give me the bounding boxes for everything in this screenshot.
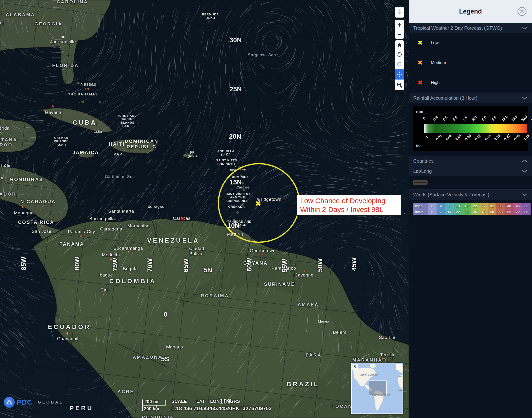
close-icon[interactable] xyxy=(517,7,527,16)
annotation-line1: Low Chance of Developing xyxy=(300,196,398,205)
rainfall-tick: 37.5 xyxy=(530,116,532,120)
wind-speed-column: 3150 xyxy=(488,203,496,215)
map-label: 60W xyxy=(246,258,253,272)
wind-speed-value: 18 xyxy=(462,203,471,209)
chevron-up-icon xyxy=(521,159,528,163)
zoom-in-button[interactable]: + xyxy=(395,20,404,29)
map-label: LIZE xyxy=(0,163,11,168)
wind-speed-value: 0 xyxy=(428,209,437,215)
chevron-down-icon xyxy=(521,193,528,196)
map-label: Bogota xyxy=(123,266,138,271)
pan-tool-button[interactable] xyxy=(395,69,404,80)
zoom-out-button[interactable]: − xyxy=(395,29,404,39)
rainfall-gradient-bar xyxy=(424,124,527,133)
wind-speed-value: 31 xyxy=(488,203,496,209)
wind-speed-value: 7 xyxy=(437,209,445,215)
wind-speed-value: 4 xyxy=(437,203,445,209)
wind-speed-value: 22 xyxy=(471,203,479,209)
zoom-box-button[interactable] xyxy=(395,80,404,90)
map-label: COLOMBIA xyxy=(109,278,156,285)
rainfall-tick: 0.04 xyxy=(455,135,462,139)
rainfall-header-label: Rainfall Accumulation (3 Hour) xyxy=(413,95,477,101)
minimap-label: EUR xyxy=(398,375,402,378)
invest-98l-marker[interactable]: ✖ xyxy=(255,199,261,208)
pdc-global-logo[interactable]: PDC GLOBAL xyxy=(4,397,63,408)
countries-header-label: Countries xyxy=(413,158,434,164)
latlong-legend-body xyxy=(409,176,532,189)
street-view-button[interactable] xyxy=(395,7,404,18)
section-rainfall-header[interactable]: Rainfall Accumulation (3 Hour) xyxy=(409,93,532,103)
rainfall-tick: 0.3 xyxy=(433,116,438,120)
map-label: PAP xyxy=(114,152,123,156)
map-label: 50W xyxy=(316,258,324,272)
rainfall-tick: 12.0 xyxy=(501,116,508,120)
wind-speed-value: 43 xyxy=(479,209,488,215)
map-label: 5S xyxy=(161,355,169,363)
legend-header: Legend xyxy=(409,0,532,23)
minimap-pan-arrow[interactable] xyxy=(353,364,358,370)
mgrs-value: 20PKT3276709763 xyxy=(226,406,272,412)
gtwo-item-medium: ✖Medium xyxy=(409,53,532,73)
rainfall-tick: 0.02 xyxy=(445,135,452,139)
wind-speed-value: 40 xyxy=(505,203,513,209)
winds-header-label: Winds (Surface Velocity & Forecast) xyxy=(413,192,489,197)
rotate-ccw-button[interactable] xyxy=(395,50,404,59)
wind-speed-value: 36 xyxy=(496,203,505,209)
map-label: CAROLINA xyxy=(57,0,88,4)
map-label: HONDURAS xyxy=(10,177,43,182)
map-label: Cartagena xyxy=(100,226,122,232)
map-label: INTANAROO xyxy=(0,137,17,148)
gtwo-item-low: ✖Low xyxy=(409,33,532,53)
rainfall-tick: 3.0 xyxy=(472,116,477,120)
scale-label: SCALE xyxy=(171,399,187,404)
rainfall-tick: 1.5 xyxy=(462,116,467,120)
city-dot xyxy=(128,251,129,253)
pdc-map-app: CAROLINAALABAMAGEORGIAPIJacksonvilleFLOR… xyxy=(0,0,532,418)
overview-minimap[interactable]: NORTH AMERICASOUTH AMERICAEURAFRAtlantic… xyxy=(351,363,403,414)
map-label: Cali xyxy=(100,288,109,293)
gtwo-item-high: ✖High xyxy=(409,73,532,93)
section-latlong-header[interactable]: Lat/Long xyxy=(409,166,532,176)
map-label: 5N xyxy=(203,266,212,274)
map-label: Panama City xyxy=(68,229,95,234)
map-label: Cayenne xyxy=(295,272,314,278)
rainfall-tick: 30.0 xyxy=(520,116,528,120)
map-label: ECUADOR xyxy=(48,324,91,331)
home-button[interactable] xyxy=(395,40,404,50)
rainfall-tick: 0.01 xyxy=(435,135,442,139)
map-label: 85W xyxy=(20,256,28,270)
wind-speed-value: 13 xyxy=(454,203,462,209)
wind-speed-column: 4572 xyxy=(513,203,522,215)
city-dot xyxy=(129,272,131,274)
section-winds-header[interactable]: Winds (Surface Velocity & Forecast) xyxy=(409,189,532,200)
city-dot xyxy=(103,294,105,296)
gtwo-item-label: Low xyxy=(431,40,439,45)
map-label: Medellín xyxy=(102,252,120,257)
gtwo-x-icon: ✖ xyxy=(417,59,431,67)
map-label: DOMINICANREPUBLIC xyxy=(125,139,159,150)
map-label: MARANHÃO xyxy=(353,358,387,363)
map-label: Barranquilla xyxy=(89,216,115,221)
map-label: Georgetown xyxy=(250,248,276,253)
map-label: PR(U.S.) xyxy=(188,151,197,158)
map-canvas[interactable]: CAROLINAALABAMAGEORGIAPIJacksonvilleFLOR… xyxy=(0,0,409,418)
minimap-collapse-button[interactable]: − xyxy=(396,364,402,370)
section-gtwo-header[interactable]: Tropical Weather 2 Day Forecast (GTWO) xyxy=(409,23,532,33)
rotate-cw-icon xyxy=(397,62,402,67)
map-label: CiudadBolivar xyxy=(189,246,204,256)
rainfall-tick: 0.06 xyxy=(464,135,472,139)
scale-bar: 200 mi 200 km xyxy=(142,399,171,412)
section-countries-header[interactable]: Countries xyxy=(409,156,532,166)
wind-speed-value: 72 xyxy=(513,209,522,215)
rainfall-tick: 0.47 xyxy=(504,135,510,139)
map-label: Santa Marta xyxy=(108,209,134,214)
rainfall-tick: 0.59 xyxy=(513,135,520,139)
map-label: + xyxy=(180,215,185,223)
map-label: 75W xyxy=(111,258,119,272)
rotate-cw-button[interactable] xyxy=(395,59,404,69)
map-label: San José xyxy=(32,229,51,234)
map-label: PI xyxy=(0,21,4,26)
wind-speed-column: 2236 xyxy=(471,203,479,215)
person-icon xyxy=(397,9,402,15)
minimap-label: Atlantic Ocean xyxy=(379,381,387,385)
